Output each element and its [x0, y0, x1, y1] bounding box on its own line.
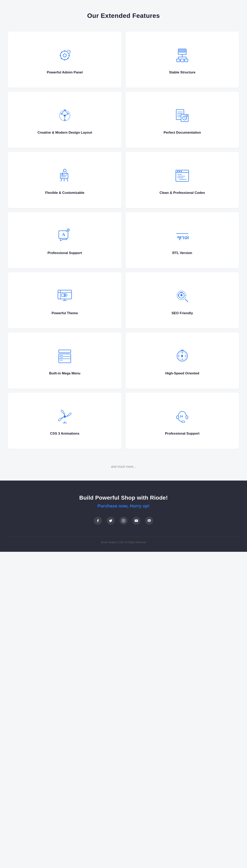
- feature-card-flexible: Flexible & Customizable: [8, 152, 121, 208]
- svg-rect-19: [177, 59, 180, 62]
- svg-point-97: [64, 416, 66, 417]
- svg-point-72: [65, 294, 66, 296]
- admin-panel-icon: ✓: [56, 46, 74, 64]
- svg-point-41: [63, 169, 66, 172]
- feature-card-powerful-theme: Powerful Theme: [8, 272, 121, 329]
- svg-text:✓: ✓: [68, 51, 70, 53]
- svg-point-52: [179, 171, 180, 172]
- seo-icon: [173, 287, 191, 305]
- youtube-icon[interactable]: [132, 517, 140, 525]
- facebook-icon[interactable]: [94, 517, 102, 525]
- features-grid: ✓ Powerful Admin Panel: [0, 28, 247, 457]
- svg-text:A: A: [62, 232, 65, 237]
- feature-card-seo: SEO Friendly: [126, 272, 239, 329]
- feature-card-high-speed: $ High-Speed Oriented: [126, 333, 239, 389]
- svg-rect-79: [59, 350, 71, 353]
- feature-card-admin-panel: ✓ Powerful Admin Panel: [8, 31, 121, 88]
- clean-codes-label: Clean & Professional Codes: [160, 190, 205, 195]
- svg-line-47: [67, 179, 68, 181]
- seo-label: SEO Friendly: [172, 311, 193, 316]
- feature-card-documentation: Perfect Documentation: [126, 92, 239, 148]
- feature-card-pro-support: A Professional Support: [8, 212, 121, 268]
- feature-card-clean-codes: Clean & Professional Codes: [126, 152, 239, 208]
- svg-rect-100: [177, 416, 179, 419]
- page-title: Our Extended Features: [4, 12, 243, 20]
- css3-icon: [56, 407, 74, 426]
- clean-codes-icon: [173, 167, 191, 185]
- rtl-label: RTL Version: [172, 251, 192, 255]
- svg-rect-102: [182, 421, 185, 423]
- social-icons-row: [8, 517, 239, 525]
- rtl-icon: וֹטרוּף: [173, 227, 191, 245]
- svg-point-51: [177, 171, 178, 172]
- more-text-section: and much more...: [0, 457, 247, 480]
- svg-line-30: [65, 114, 68, 116]
- footer-cta-subtitle: Purchase now, Hurry up!: [8, 503, 239, 509]
- header-section: Our Extended Features: [0, 0, 247, 28]
- footer-cta-title: Build Powerful Shop with Riode!: [8, 495, 239, 501]
- footer-copyright: Riode Shopify © 2021 All Rights Reserved: [8, 537, 239, 544]
- admin-panel-label: Powerful Admin Panel: [47, 70, 83, 75]
- svg-rect-101: [186, 416, 188, 419]
- mega-menu-icon: [56, 347, 74, 365]
- feature-card-stable-structure: Stable Structure: [126, 31, 239, 88]
- svg-point-1: [63, 54, 66, 57]
- footer-cta-subtitle-link[interactable]: Hurry up!: [130, 503, 149, 508]
- design-layout-label: Creative & Modern Design Layout: [37, 130, 92, 135]
- more-text-label: and much more...: [111, 465, 136, 468]
- svg-line-46: [61, 179, 62, 181]
- stable-structure-icon: [173, 46, 191, 64]
- feature-card-design-layout: Creative & Modern Design Layout: [8, 92, 121, 148]
- feature-card-css3: CSS 3 Animations: [8, 393, 121, 449]
- svg-line-78: [185, 299, 188, 302]
- design-layout-icon: [56, 106, 74, 125]
- documentation-icon: [173, 106, 191, 125]
- flexible-icon: [56, 167, 74, 185]
- instagram-icon[interactable]: [119, 517, 128, 525]
- svg-rect-104: [122, 519, 125, 522]
- main-container: Our Extended Features ✓: [0, 0, 247, 552]
- documentation-label: Perfect Documentation: [164, 130, 201, 135]
- mega-menu-label: Built-in Mega Menu: [49, 371, 80, 376]
- svg-point-32: [64, 119, 65, 121]
- high-speed-label: High-Speed Oriented: [165, 371, 199, 376]
- svg-rect-14: [179, 51, 185, 52]
- powerful-theme-icon: [56, 287, 74, 305]
- support24-icon: 24: [173, 407, 191, 426]
- feature-card-rtl: וֹטרוּף RTL Version: [126, 212, 239, 268]
- svg-point-53: [181, 171, 182, 172]
- twitter-icon[interactable]: [107, 517, 115, 525]
- support24-label: Professional Support: [165, 431, 200, 436]
- pinterest-icon[interactable]: [145, 517, 153, 525]
- flexible-label: Flexible & Customizable: [45, 190, 84, 195]
- svg-text:וֹטרוּף: וֹטרוּף: [177, 235, 189, 240]
- high-speed-icon: $: [173, 347, 191, 365]
- svg-text:$: $: [181, 354, 183, 358]
- svg-rect-13: [179, 50, 185, 51]
- css3-label: CSS 3 Animations: [50, 431, 79, 436]
- svg-line-29: [62, 114, 64, 116]
- footer-cta-subtitle-plain: Purchase now,: [98, 503, 130, 508]
- feature-card-mega-menu: Built-in Mega Menu: [8, 333, 121, 389]
- pro-support-label: Professional Support: [47, 251, 82, 255]
- stable-structure-label: Stable Structure: [169, 70, 195, 75]
- copyright-text: Riode Shopify © 2021 All Rights Reserved: [101, 541, 146, 544]
- pro-support-icon: A: [56, 227, 74, 245]
- footer-cta: Build Powerful Shop with Riode! Purchase…: [0, 480, 247, 552]
- powerful-theme-label: Powerful Theme: [51, 311, 78, 316]
- svg-rect-21: [185, 59, 188, 62]
- svg-text:24: 24: [180, 415, 183, 418]
- svg-rect-20: [181, 59, 184, 62]
- feature-card-support24: 24 Professional Support: [126, 393, 239, 449]
